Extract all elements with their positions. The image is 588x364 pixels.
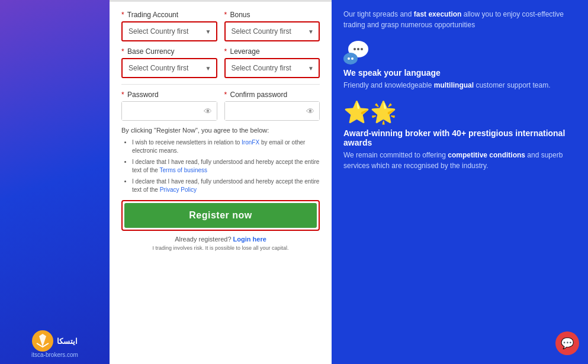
intro-description: Our tight spreads and fast execution all… [343, 9, 576, 30]
award-feature-desc: We remain committed to offering competit… [343, 150, 576, 171]
login-prompt: Already registered? Login here [121, 236, 320, 243]
required-star: * [121, 11, 124, 19]
chat-bubble-icon [343, 41, 372, 65]
required-star-currency: * [121, 47, 124, 56]
password-label-text: Password [127, 91, 159, 99]
base-currency-select[interactable]: Select Country first [123, 59, 216, 77]
dot-w1 [348, 57, 350, 60]
leverage-label-text: Leverage [230, 47, 260, 56]
itsca-logo-icon [32, 330, 53, 352]
live-chat-button[interactable]: 💬 [555, 331, 579, 355]
dot-3 [361, 48, 363, 50]
base-currency-label: * Base Currency [121, 47, 217, 56]
password-input-wrapper: 👁 [121, 101, 217, 121]
award-feature-title: Award-winning broker with 40+ prestigiou… [343, 128, 576, 147]
login-here-link[interactable]: Login here [233, 236, 266, 243]
award-stars-icon: ⭐🌟 [343, 100, 576, 125]
already-registered-text: Already registered? [175, 236, 231, 243]
trading-account-label-text: Trading Account [127, 11, 178, 19]
registration-form-panel: * Trading Account Select Country first ▼… [110, 0, 332, 364]
language-feature-desc: Friendly and knowledgeable multilingual … [343, 80, 576, 91]
bonus-select[interactable]: Select Country first [226, 22, 319, 40]
chat-icon: 💬 [561, 337, 574, 350]
trading-bonus-row: * Trading Account Select Country first ▼… [121, 11, 320, 41]
password-eye-icon[interactable]: 👁 [204, 107, 212, 116]
trading-account-label: * Trading Account [121, 11, 217, 19]
brand-name-text: ایتسکا [57, 337, 78, 346]
consent-item-privacy: I declare that I have read, fully unders… [132, 178, 320, 194]
password-label: * Password [121, 91, 217, 99]
confirm-password-group: * Confirm password 👁 [224, 91, 320, 121]
confirm-password-label-text: Confirm password [230, 91, 288, 99]
required-star-password: * [121, 91, 124, 99]
base-currency-group: * Base Currency Select Country first ▼ [121, 47, 217, 78]
trading-account-group: * Trading Account Select Country first ▼ [121, 11, 217, 41]
password-group: * Password 👁 [121, 91, 217, 121]
confirm-password-input-wrapper: 👁 [224, 101, 320, 121]
dot-w2 [351, 57, 354, 60]
password-input[interactable] [122, 102, 217, 120]
base-currency-select-wrapper: Select Country first ▼ [121, 58, 217, 78]
dot-1 [354, 48, 356, 50]
consent-item-terms: I declare that I have read, fully unders… [132, 158, 320, 175]
leverage-select-wrapper: Select Country first ▼ [224, 58, 320, 78]
trading-account-select[interactable]: Select Country first [123, 22, 216, 40]
privacy-link[interactable]: Privacy Policy [160, 186, 197, 193]
register-button-wrapper: Register now [121, 200, 320, 231]
required-star-bonus: * [224, 11, 227, 19]
brand-url-text: itsca-brokers.com [31, 352, 78, 358]
right-promo-panel: Our tight spreads and fast execution all… [332, 0, 588, 364]
chat-bubble-2 [343, 53, 358, 65]
dot-2 [357, 48, 359, 50]
confirm-password-eye-icon[interactable]: 👁 [306, 107, 314, 116]
language-feature-title: We speak your language [343, 68, 576, 78]
ironfx-link[interactable]: IronFX [242, 139, 259, 146]
form-divider [121, 84, 320, 85]
chat-dots-2 [348, 57, 354, 60]
risk-warning-text: I trading involves risk. It is possible … [121, 245, 320, 251]
confirm-password-input[interactable] [225, 102, 320, 120]
consent-list: I wish to receive newsletters in relatio… [121, 138, 320, 194]
leverage-select[interactable]: Select Country first [226, 59, 319, 77]
language-feature-block: We speak your language Friendly and know… [343, 41, 576, 91]
bonus-select-wrapper: Select Country first ▼ [224, 21, 320, 41]
leverage-group: * Leverage Select Country first ▼ [224, 47, 320, 78]
consent-intro-text: By clicking "Register Now", you agree to… [121, 127, 320, 134]
award-feature-block: ⭐🌟 Award-winning broker with 40+ prestig… [343, 100, 576, 171]
currency-leverage-row: * Base Currency Select Country first ▼ *… [121, 47, 320, 78]
leverage-label: * Leverage [224, 47, 320, 56]
required-star-confirm: * [224, 91, 227, 99]
left-panel: ایتسکا itsca-brokers.com [0, 0, 110, 364]
bonus-group: * Bonus Select Country first ▼ [224, 11, 320, 41]
confirm-password-label: * Confirm password [224, 91, 320, 99]
base-currency-label-text: Base Currency [127, 47, 174, 56]
bonus-label-text: Bonus [230, 11, 250, 19]
register-now-button[interactable]: Register now [124, 203, 317, 228]
required-star-leverage: * [224, 47, 227, 56]
bonus-label: * Bonus [224, 11, 320, 19]
watermark-branding: ایتسکا itsca-brokers.com [0, 330, 110, 358]
consent-item-newsletter: I wish to receive newsletters in relatio… [132, 138, 320, 155]
terms-link[interactable]: Terms of business [160, 167, 208, 173]
trading-account-select-wrapper: Select Country first ▼ [121, 21, 217, 41]
chat-dots-1 [354, 48, 363, 50]
password-row: * Password 👁 * Confirm password 👁 [121, 91, 320, 121]
